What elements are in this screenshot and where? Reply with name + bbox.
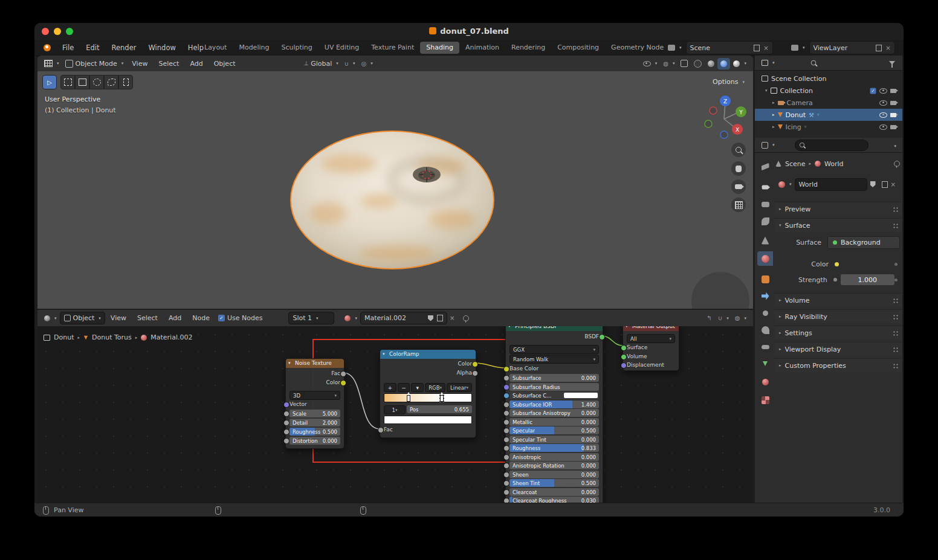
breadcrumb-world[interactable]: World [824,160,844,168]
noise-roughness-socket[interactable] [283,429,289,435]
ramp-stop-index-field[interactable]: 1 [384,405,406,414]
bsdf-param-specular-tint[interactable]: Specular Tint0.000 [509,436,599,443]
noise-texture-header[interactable]: Noise Texture [286,359,344,368]
remove-stop-button[interactable]: − [398,383,410,392]
outliner-row-icing[interactable]: ▸ Icing ▿ [755,121,902,133]
overlays-dropdown[interactable]: ◍ [660,58,678,69]
panel-preview[interactable]: ▸Preview [774,202,902,216]
tab-scene-properties[interactable] [757,233,773,248]
outliner-filter-icon[interactable] [889,61,895,65]
material-output-header[interactable]: Material Output [623,326,679,331]
bsdf-param-subsurface-radius[interactable]: Subsurface Radius [509,383,599,391]
tab-tool-properties[interactable] [757,159,773,174]
cursor-tool-button[interactable] [118,75,133,89]
icing-hide-icon[interactable] [879,124,887,130]
tab-animation[interactable]: Animation [459,42,505,54]
tab-constraint-properties[interactable] [757,340,773,354]
ramp-position-slider[interactable]: Pos0.655 [407,405,472,413]
camera-expand-icon[interactable]: ▸ [772,100,775,105]
bsdf-param-roughness[interactable]: Roughness0.833 [509,444,599,452]
world-unlink-button[interactable]: × [891,181,896,188]
world-color-swatch[interactable] [835,262,839,266]
zoom-view-button[interactable] [731,143,746,157]
menu-window[interactable]: Window [142,43,181,52]
menu-edit[interactable]: Edit [80,43,105,52]
node-material-output[interactable]: Material Output All Surface Volume Displ… [623,326,679,371]
noise-dimensions-dropdown[interactable]: 3D [289,391,340,399]
copy-material-icon[interactable] [437,315,443,321]
bsdf-subsurface-anisotropy-socket[interactable] [503,410,509,416]
gizmo-x-neg[interactable] [710,107,717,114]
select-lasso-button[interactable] [104,75,118,89]
tab-texture-properties[interactable] [757,393,773,407]
bsdf-specular-tint-socket[interactable] [503,437,509,443]
shader-type-dropdown[interactable]: Object [60,312,105,324]
viewport-menu-add[interactable]: Add [184,60,208,68]
tweak-tool-button[interactable]: ▷ [42,75,57,89]
options-dropdown[interactable]: Options [710,76,748,88]
bsdf-param-clearcoat[interactable]: Clearcoat0.000 [509,488,599,496]
bsdf-param-subsurface-ior[interactable]: Subsurface IOR1.400 [509,401,599,408]
node-overlays-dropdown[interactable]: ◍ [732,312,749,324]
viewport-menu-object[interactable]: Object [209,60,241,68]
menu-file[interactable]: File [56,43,80,52]
tab-rendering[interactable]: Rendering [505,42,551,54]
bsdf-sheen-tint-socket[interactable] [503,480,509,486]
bsdf-subsurface-ior-socket[interactable] [503,402,509,408]
tab-data-properties[interactable] [757,356,773,371]
donut-hide-icon[interactable] [879,112,887,118]
world-copy-button[interactable] [879,179,891,190]
donut-expand-icon[interactable]: ▸ [772,112,775,117]
bsdf-metallic-socket[interactable] [503,419,509,425]
tab-modeling[interactable]: Modeling [233,42,275,54]
scene-browse-icon[interactable] [665,42,685,54]
bsdf-param-anisotropic[interactable]: Anisotropic0.000 [509,453,599,461]
ramp-fac-socket[interactable] [378,427,384,433]
bsdf-param-sheen-tint[interactable]: Sheen Tint0.500 [509,479,599,487]
tab-object-properties[interactable] [757,272,773,286]
bsdf-header[interactable]: Principled BSDF [506,326,603,331]
noise-param-detail[interactable]: Detail2.000 [289,419,340,426]
camera-render-icon[interactable] [890,101,896,105]
unlink-material-button[interactable]: × [450,315,454,321]
ramp-stop-1[interactable] [439,392,444,402]
fake-user-icon[interactable] [428,315,433,321]
bsdf-roughness-socket[interactable] [503,445,509,451]
bsdf-param-specular[interactable]: Specular0.500 [509,426,599,434]
properties-search-input[interactable] [795,140,868,151]
toggle-perspective-button[interactable] [731,198,746,212]
outliner-row-collection[interactable]: ▾ Collection ✓ [755,85,902,97]
menu-render[interactable]: Render [106,43,143,52]
viewport-menu-select[interactable]: Select [153,60,184,68]
shader-editor-type-button[interactable] [41,312,60,324]
breadcrumb-scene[interactable]: Scene [785,160,806,168]
select-circle-button[interactable] [89,75,104,89]
animate-color-dot[interactable] [894,263,898,266]
bsdf-anisotropic-rotation-socket[interactable] [503,463,509,469]
blender-logo-icon[interactable] [42,44,52,51]
ramp-color-mode-dropdown[interactable]: RGB [425,383,445,392]
gizmo-z-neg[interactable] [720,131,728,138]
outliner-display-mode[interactable] [758,57,778,69]
bsdf-base-color-socket[interactable] [503,366,509,372]
scene-name-field[interactable]: Scene× [686,41,773,54]
pin-id-button[interactable] [894,161,900,167]
bsdf-clearcoat-socket[interactable] [503,489,509,495]
ramp-stop-0[interactable] [406,392,411,402]
new-viewlayer-icon[interactable] [876,45,882,51]
bsdf-output-socket[interactable] [599,334,605,340]
gizmo-y-neg[interactable] [705,120,712,127]
world-fake-user-button[interactable] [867,179,879,190]
noise-detail-socket[interactable] [283,420,289,426]
tab-shading[interactable]: Shading [420,42,459,54]
snap-dropdown[interactable]: ∪ [341,58,358,69]
viewport-3d[interactable]: ▷ Options User Perspective (1) Collectio… [37,71,753,309]
ramp-gradient-bar[interactable] [384,393,472,401]
outliner-search-icon[interactable] [810,60,816,66]
tab-sculpting[interactable]: Sculpting [275,42,318,54]
ramp-alpha-socket[interactable] [472,370,478,376]
outliner-row-donut[interactable]: ▸ Donut ⚒ ▿ [755,109,902,121]
material-slot-dropdown[interactable]: Slot 1 [288,312,334,324]
bsdf-subsurface-socket[interactable] [503,375,509,381]
material-name-field[interactable]: Material.002 [360,312,447,324]
